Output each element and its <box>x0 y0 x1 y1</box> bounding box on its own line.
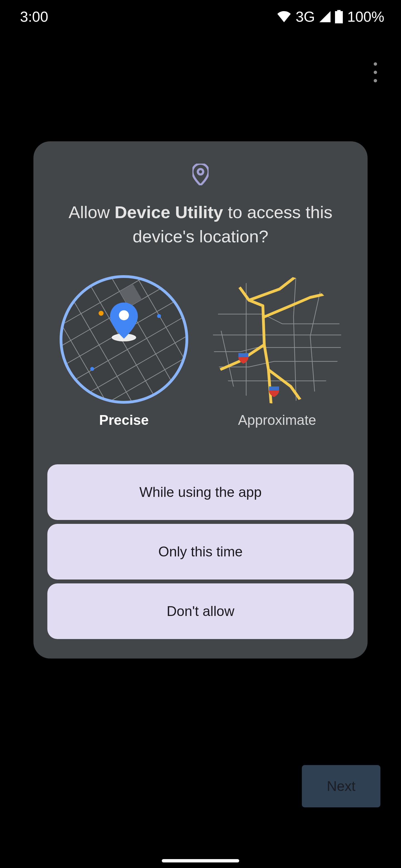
map-pin-icon <box>110 302 138 342</box>
svg-line-6 <box>68 333 188 403</box>
title-prefix: Allow <box>68 203 114 222</box>
cellular-signal-icon <box>319 11 331 22</box>
approximate-label: Approximate <box>238 412 316 428</box>
precise-map-illustration <box>60 275 188 404</box>
permission-buttons: While using the app Only this time Don't… <box>47 464 354 639</box>
permission-dialog: Allow Device Utility to access this devi… <box>33 141 368 658</box>
overflow-menu-icon[interactable] <box>367 58 384 86</box>
svg-rect-16 <box>238 353 249 357</box>
svg-point-0 <box>198 169 203 175</box>
network-label: 3G <box>296 8 315 25</box>
svg-rect-17 <box>269 386 279 390</box>
title-app-name: Device Utility <box>115 203 223 222</box>
accuracy-option-approximate[interactable]: Approximate <box>213 275 341 428</box>
location-pin-icon <box>193 163 208 186</box>
status-right: 3G 100% <box>277 8 384 25</box>
status-bar: 3:00 3G 100% <box>0 0 401 33</box>
battery-icon <box>335 10 343 23</box>
wifi-icon <box>277 11 291 22</box>
battery-percentage: 100% <box>347 8 384 25</box>
dialog-title: Allow Device Utility to access this devi… <box>47 200 354 249</box>
precise-label: Precise <box>99 412 149 428</box>
status-time: 3:00 <box>20 8 48 25</box>
approximate-map-illustration <box>213 275 341 404</box>
dont-allow-button[interactable]: Don't allow <box>47 583 354 639</box>
accuracy-option-precise[interactable]: Precise <box>60 275 188 428</box>
navigation-bar-handle[interactable] <box>162 859 239 862</box>
only-this-time-button[interactable]: Only this time <box>47 524 354 580</box>
while-using-app-button[interactable]: While using the app <box>47 464 354 520</box>
svg-point-14 <box>119 310 129 320</box>
accuracy-options: Precise <box>47 275 354 428</box>
next-button[interactable]: Next <box>302 765 380 807</box>
